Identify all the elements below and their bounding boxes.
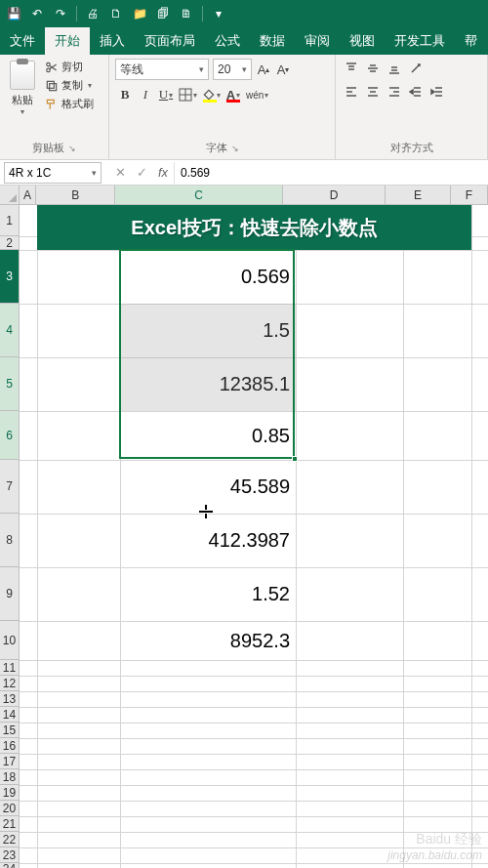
format-painter-button[interactable]: 格式刷 xyxy=(43,96,96,112)
spreadsheet[interactable]: ABCDEF 123456789101112131415161718192021… xyxy=(0,186,488,868)
cell-C8[interactable]: 412.3987 xyxy=(120,514,296,567)
tab-review[interactable]: 审阅 xyxy=(295,27,340,55)
tab-data[interactable]: 数据 xyxy=(250,27,295,55)
row-header-8[interactable]: 8 xyxy=(0,514,19,567)
row-header-22[interactable]: 22 xyxy=(0,832,19,847)
select-all-corner[interactable] xyxy=(0,186,20,205)
phonetic-button[interactable]: wén▾ xyxy=(244,84,270,105)
increase-indent-button[interactable] xyxy=(427,82,447,102)
tab-file[interactable]: 文件 xyxy=(0,27,45,55)
svg-rect-3 xyxy=(47,81,54,88)
tab-formulas[interactable]: 公式 xyxy=(205,27,250,55)
cells-area[interactable]: Excel技巧：快速去除小数点0.5691.512385.10.8545.589… xyxy=(20,205,488,868)
tab-home[interactable]: 开始 xyxy=(45,27,90,55)
row-header-19[interactable]: 19 xyxy=(0,785,19,801)
group-label-clipboard: 剪贴板↘ xyxy=(6,139,102,157)
launcher-icon[interactable]: ↘ xyxy=(68,144,76,153)
files-icon[interactable]: 🗐 xyxy=(155,6,171,21)
fill-color-button[interactable]: ▾ xyxy=(200,84,223,105)
row-header-1[interactable]: 1 xyxy=(0,205,19,236)
increase-font-button[interactable]: A▴ xyxy=(256,59,271,80)
col-header-D[interactable]: D xyxy=(283,186,386,204)
insert-function-button[interactable]: fx xyxy=(152,162,174,184)
ribbon: 粘贴 ▾ 剪切 复制▾ 格式刷 剪贴板↘ xyxy=(0,55,488,160)
group-clipboard: 粘贴 ▾ 剪切 复制▾ 格式刷 剪贴板↘ xyxy=(0,55,109,159)
preview-icon[interactable]: 🗎 xyxy=(179,6,194,21)
enter-formula-button[interactable]: ✓ xyxy=(131,162,152,184)
paste-icon xyxy=(10,61,35,90)
row-header-17[interactable]: 17 xyxy=(0,754,19,769)
new-file-icon[interactable]: 🗋 xyxy=(108,6,124,21)
tab-page-layout[interactable]: 页面布局 xyxy=(135,27,205,55)
align-middle-button[interactable] xyxy=(363,59,383,78)
paste-button[interactable]: 粘贴 ▾ xyxy=(6,59,39,116)
row-header-13[interactable]: 13 xyxy=(0,691,19,707)
row-header-14[interactable]: 14 xyxy=(0,707,19,723)
cancel-formula-button[interactable]: ✕ xyxy=(109,162,131,184)
open-file-icon[interactable]: 📁 xyxy=(132,6,147,21)
row-header-15[interactable]: 15 xyxy=(0,723,19,738)
tab-help[interactable]: 帮 xyxy=(455,27,487,55)
col-header-C[interactable]: C xyxy=(115,186,283,204)
row-header-24[interactable]: 24 xyxy=(0,863,19,868)
cut-button[interactable]: 剪切 xyxy=(43,59,96,75)
tab-view[interactable]: 视图 xyxy=(340,27,385,55)
col-header-B[interactable]: B xyxy=(36,186,115,204)
fill-handle[interactable] xyxy=(292,456,298,462)
ribbon-tabs: 文件 开始 插入 页面布局 公式 数据 审阅 视图 开发工具 帮 xyxy=(0,27,488,55)
row-header-16[interactable]: 16 xyxy=(0,738,19,754)
row-header-9[interactable]: 9 xyxy=(0,567,19,621)
cell-C9[interactable]: 1.52 xyxy=(120,567,296,621)
col-header-F[interactable]: F xyxy=(451,186,488,204)
cell-C10[interactable]: 8952.3 xyxy=(120,621,296,660)
launcher-icon[interactable]: ↘ xyxy=(231,144,239,153)
decrease-indent-button[interactable] xyxy=(406,82,426,102)
align-right-button[interactable] xyxy=(385,82,404,102)
row-header-2[interactable]: 2 xyxy=(0,236,19,250)
decrease-font-button[interactable]: A▾ xyxy=(275,59,291,80)
align-center-button[interactable] xyxy=(363,82,383,102)
row-header-12[interactable]: 12 xyxy=(0,676,19,691)
row-header-18[interactable]: 18 xyxy=(0,769,19,785)
font-size-select[interactable]: 20▾ xyxy=(213,59,252,80)
italic-button[interactable]: I xyxy=(136,84,155,105)
print-icon[interactable]: 🖨 xyxy=(85,6,101,21)
formula-input[interactable]: 0.569 xyxy=(174,162,488,184)
col-header-E[interactable]: E xyxy=(386,186,451,204)
row-header-10[interactable]: 10 xyxy=(0,621,19,660)
align-bottom-button[interactable] xyxy=(385,59,404,78)
name-box[interactable]: 4R x 1C▾ xyxy=(4,162,102,184)
copy-button[interactable]: 复制▾ xyxy=(43,77,96,94)
col-header-A[interactable]: A xyxy=(20,186,36,204)
row-header-7[interactable]: 7 xyxy=(0,460,19,514)
font-color-button[interactable]: A ▾ xyxy=(224,84,243,105)
group-alignment: 对齐方式 xyxy=(336,55,488,159)
orientation-button[interactable] xyxy=(406,59,426,78)
svg-rect-2 xyxy=(50,83,57,90)
tab-insert[interactable]: 插入 xyxy=(90,27,135,55)
row-header-3[interactable]: 3 xyxy=(0,250,19,304)
row-headers[interactable]: 123456789101112131415161718192021222324 xyxy=(0,205,20,868)
row-header-4[interactable]: 4 xyxy=(0,304,19,357)
row-header-5[interactable]: 5 xyxy=(0,357,19,411)
redo-icon[interactable]: ↷ xyxy=(53,6,68,21)
font-name-select[interactable]: 等线▾ xyxy=(115,59,209,80)
copy-icon xyxy=(45,79,59,93)
row-header-11[interactable]: 11 xyxy=(0,660,19,676)
cell-C7[interactable]: 45.589 xyxy=(120,460,296,514)
row-header-6[interactable]: 6 xyxy=(0,411,19,460)
column-headers[interactable]: ABCDEF xyxy=(20,186,488,205)
undo-icon[interactable]: ↶ xyxy=(29,6,45,21)
banner-title: Excel技巧：快速去除小数点 xyxy=(37,205,471,250)
row-header-20[interactable]: 20 xyxy=(0,801,19,816)
tab-developer[interactable]: 开发工具 xyxy=(385,27,455,55)
save-icon[interactable]: 💾 xyxy=(6,6,21,21)
watermark-url: jingyan.baidu.com xyxy=(387,848,482,862)
qat-more-icon[interactable]: ▾ xyxy=(211,6,226,21)
borders-button[interactable]: ▾ xyxy=(177,84,199,105)
align-left-button[interactable] xyxy=(342,82,361,102)
row-header-21[interactable]: 21 xyxy=(0,816,19,832)
align-top-button[interactable] xyxy=(342,59,361,78)
underline-button[interactable]: U▾ xyxy=(156,84,176,105)
bold-button[interactable]: B xyxy=(115,84,135,105)
